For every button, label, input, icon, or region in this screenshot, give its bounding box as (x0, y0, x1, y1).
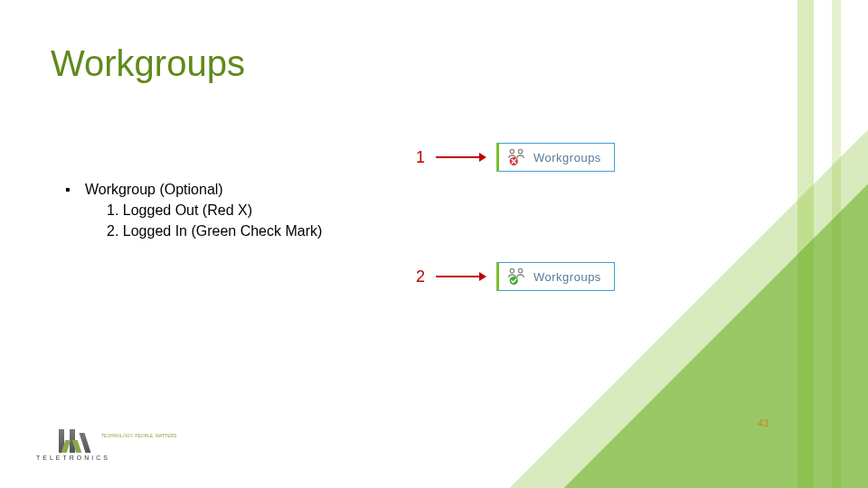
group-check-icon (506, 267, 526, 286)
example-1-number: 1 (416, 148, 425, 167)
group-x-icon (506, 147, 526, 167)
page-number: 43 (758, 418, 769, 428)
slide-title: Workgroups (51, 43, 245, 84)
arrow-icon (436, 156, 486, 158)
svg-point-1 (518, 149, 522, 153)
workgroup-card-label: Workgroups (533, 270, 601, 284)
workgroup-card-label: Workgroups (533, 151, 601, 164)
logo-wordmark: TELETRONICS (36, 455, 110, 461)
svg-point-3 (510, 268, 514, 272)
logo-mark-icon (59, 429, 88, 453)
example-2-number: 2 (416, 267, 425, 286)
bullet-heading: Workgroup (Optional) (65, 179, 322, 200)
workgroup-card-logged-in: Workgroups (496, 262, 615, 291)
arrow-icon (436, 276, 486, 277)
example-1: 1 Workgroups (416, 143, 615, 172)
example-2: 2 Workgroups (416, 262, 615, 291)
workgroup-card-logged-out: Workgroups (496, 143, 615, 172)
logo: TECHNOLOGY. PEOPLE. MATTERS. TELETRONICS (36, 429, 110, 461)
svg-point-4 (518, 268, 522, 272)
logo-tagline: TECHNOLOGY. PEOPLE. MATTERS. (101, 433, 178, 438)
bullet-item-2: 2. Logged In (Green Check Mark) (65, 221, 322, 241)
bullet-item-1: 1. Logged Out (Red X) (65, 200, 322, 221)
svg-point-0 (510, 149, 514, 153)
bullet-block: Workgroup (Optional) 1. Logged Out (Red … (65, 179, 322, 242)
